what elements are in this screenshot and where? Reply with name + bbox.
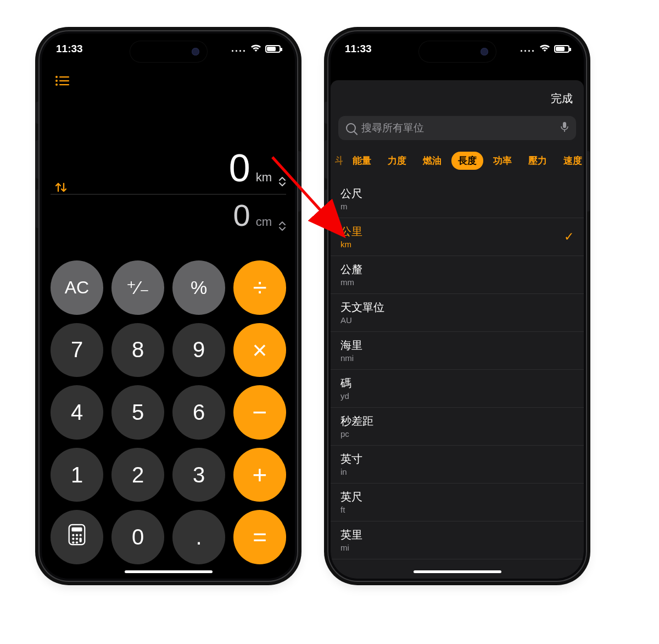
power-button <box>298 151 301 212</box>
search-field[interactable]: 搜尋所有單位 <box>338 116 576 140</box>
done-button[interactable]: 完成 <box>551 91 573 106</box>
home-indicator[interactable] <box>414 570 501 573</box>
sign-button[interactable]: ⁺∕₋ <box>111 260 164 315</box>
one-button[interactable]: 1 <box>51 448 103 502</box>
svg-rect-16 <box>563 122 566 128</box>
status-bar: 11:33 .... <box>331 34 584 64</box>
equals-button[interactable]: = <box>233 510 286 564</box>
svg-rect-7 <box>71 528 82 532</box>
svg-point-10 <box>80 534 82 536</box>
keypad: AC ⁺∕₋ % ÷ 7 8 9 × 4 5 6 − 1 2 3 + <box>51 260 286 564</box>
status-bar: 11:33 .... <box>42 34 295 64</box>
unit-name: 公尺 <box>340 187 362 201</box>
volume-up-button <box>36 140 38 179</box>
secondary-unit: cm <box>256 215 272 229</box>
unit-picker-chevron-icon <box>278 221 286 231</box>
unit-abbr: m <box>340 202 362 211</box>
four-button[interactable]: 4 <box>51 385 103 440</box>
unit-row-m[interactable]: 公尺m <box>331 180 584 218</box>
unit-row-ft[interactable]: 英尺ft <box>331 484 584 521</box>
phone-right: 11:33 .... 完成 搜尋所有單位 <box>327 30 587 582</box>
primary-row[interactable]: 0 km <box>51 149 286 192</box>
unit-row-in[interactable]: 英寸in <box>331 446 584 484</box>
tab-2[interactable]: 燃油 <box>416 152 448 170</box>
history-button[interactable] <box>55 73 69 90</box>
unit-name: 海里 <box>340 338 362 352</box>
svg-rect-1 <box>59 76 69 77</box>
unit-abbr: ft <box>340 505 362 514</box>
home-indicator[interactable] <box>125 570 213 573</box>
ac-button[interactable]: AC <box>51 260 103 315</box>
divider <box>51 194 286 195</box>
divide-button[interactable]: ÷ <box>233 260 286 315</box>
svg-point-15 <box>76 541 78 543</box>
unit-picker-sheet: 完成 搜尋所有單位 斗 能量力度燃油長度功率壓力速度 週 公尺m公里km✓公釐m… <box>331 80 584 579</box>
unit-abbr: AU <box>340 315 384 325</box>
cellular-icon: .... <box>231 43 247 54</box>
secondary-row[interactable]: 0 cm <box>51 200 286 243</box>
unit-list[interactable]: 公尺m公里km✓公釐mm天文單位AU海里nmi碼yd秒差距pc英寸in英尺ft英… <box>331 180 584 579</box>
six-button[interactable]: 6 <box>172 385 225 440</box>
volume-up-button <box>325 140 327 179</box>
search-icon <box>346 123 356 133</box>
tab-1[interactable]: 力度 <box>381 152 413 170</box>
tab-6[interactable]: 速度 <box>557 152 584 170</box>
unit-row-mi[interactable]: 英里mi <box>331 521 584 559</box>
unit-row-yd[interactable]: 碼yd <box>331 370 584 408</box>
category-tabs[interactable]: 斗 能量力度燃油長度功率壓力速度 週 <box>331 149 584 171</box>
multiply-button[interactable]: × <box>233 323 286 377</box>
seven-button[interactable]: 7 <box>51 323 103 377</box>
mic-icon[interactable] <box>561 121 568 135</box>
unit-abbr: mi <box>340 543 362 552</box>
two-button[interactable]: 2 <box>111 448 164 502</box>
unit-abbr: pc <box>340 429 373 438</box>
unit-row-mm[interactable]: 公釐mm <box>331 256 584 294</box>
unit-name: 英寸 <box>340 452 362 466</box>
unit-row-pc[interactable]: 秒差距pc <box>331 408 584 446</box>
unit-name: 天文單位 <box>340 301 384 314</box>
svg-point-2 <box>55 80 58 82</box>
percent-button[interactable]: % <box>172 260 225 315</box>
tab-left-edge[interactable]: 斗 <box>335 154 343 167</box>
unit-row-nmi[interactable]: 海里nmi <box>331 332 584 370</box>
unit-abbr: yd <box>340 391 351 401</box>
svg-rect-5 <box>59 84 69 85</box>
calculator-icon <box>68 524 86 551</box>
unit-name: 公里 <box>340 225 362 238</box>
cellular-icon: .... <box>520 43 535 54</box>
calculator-mode-button[interactable] <box>51 510 103 564</box>
conversion-display: 0 km 0 cm <box>51 149 286 243</box>
battery-icon <box>554 45 569 53</box>
minus-button[interactable]: − <box>233 385 286 440</box>
decimal-button[interactable]: . <box>172 510 225 564</box>
svg-rect-3 <box>59 80 69 81</box>
five-button[interactable]: 5 <box>111 385 164 440</box>
search-placeholder: 搜尋所有單位 <box>361 121 424 135</box>
tab-3[interactable]: 長度 <box>451 152 483 170</box>
unit-row-km[interactable]: 公里km✓ <box>331 218 584 256</box>
svg-point-11 <box>72 538 74 540</box>
three-button[interactable]: 3 <box>172 448 225 502</box>
side-button <box>36 102 38 124</box>
plus-button[interactable]: + <box>233 448 286 502</box>
svg-point-14 <box>72 541 74 543</box>
nine-button[interactable]: 9 <box>172 323 225 377</box>
wifi-icon <box>250 43 261 55</box>
unit-abbr: in <box>340 467 362 476</box>
svg-point-8 <box>72 534 74 536</box>
unit-name: 英里 <box>340 528 362 542</box>
zero-button[interactable]: 0 <box>111 510 164 564</box>
svg-point-4 <box>55 84 58 86</box>
tab-0[interactable]: 能量 <box>346 152 378 170</box>
unit-name: 碼 <box>340 376 351 390</box>
unit-name: 秒差距 <box>340 414 373 428</box>
volume-down-button <box>36 190 38 228</box>
eight-button[interactable]: 8 <box>111 323 164 377</box>
tab-5[interactable]: 壓力 <box>522 152 554 170</box>
tab-4[interactable]: 功率 <box>487 152 518 170</box>
phone-left: 11:33 .... <box>38 30 298 582</box>
unit-name: 英尺 <box>340 490 362 504</box>
primary-unit: km <box>256 170 272 185</box>
svg-rect-13 <box>80 538 82 543</box>
unit-row-AU[interactable]: 天文單位AU <box>331 294 584 332</box>
